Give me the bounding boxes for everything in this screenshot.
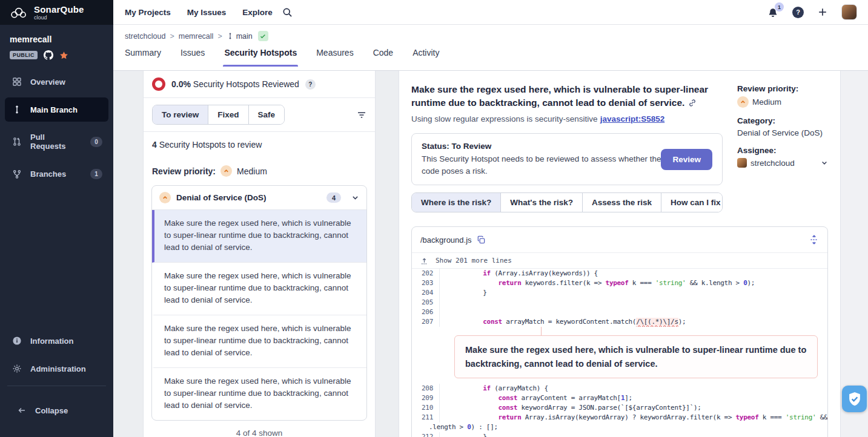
category-count-badge: 4: [326, 192, 341, 203]
hotspot-list-item[interactable]: Make sure the regex used here, which is …: [152, 368, 366, 420]
sidebar-item-information[interactable]: Information: [5, 329, 108, 353]
tab-activity[interactable]: Activity: [412, 47, 439, 67]
medium-priority-icon: [737, 96, 749, 108]
medium-priority-icon: [220, 165, 232, 177]
search-icon[interactable]: [282, 7, 293, 18]
hotspot-list-item[interactable]: Make sure the regex used here, which is …: [152, 263, 366, 315]
star-icon[interactable]: [59, 51, 68, 60]
sidebar-item-administration[interactable]: Administration: [5, 356, 108, 381]
line-source: const arrayContent = arrayMatch[1];: [440, 393, 632, 403]
nav-link-my-issues[interactable]: My Issues: [187, 8, 227, 17]
branch-icon: [227, 32, 234, 40]
expand-vertical-icon[interactable]: [809, 235, 819, 245]
branch-name: main: [236, 32, 253, 41]
detail-tab-assess-the-risk[interactable]: Assess the risk: [582, 193, 661, 212]
status-label: Status: To Review: [422, 142, 661, 151]
hotspot-list-item[interactable]: Make sure the regex used here, which is …: [152, 315, 366, 368]
notification-count-badge: 1: [775, 2, 784, 12]
category-group-header[interactable]: Denial of Service (DoS) 4: [152, 186, 366, 210]
line-number[interactable]: 211: [412, 413, 440, 422]
breadcrumb-branch[interactable]: main: [227, 32, 253, 41]
detail-tab-how-can-i-fix-it[interactable]: How can I fix it?: [661, 193, 723, 212]
permalink-icon[interactable]: [688, 99, 697, 107]
filter-icon[interactable]: [357, 110, 366, 120]
code-line: 207 const arrayMatch = keywordContent.ma…: [412, 317, 827, 327]
plus-icon[interactable]: [818, 7, 827, 17]
quality-gate-passed-icon: [258, 31, 268, 41]
gear-icon: [12, 364, 22, 373]
top-nav: My ProjectsMy IssuesExplore 1 ?: [113, 0, 868, 25]
notifications-button[interactable]: 1: [767, 7, 778, 18]
code-line: 203 return keywords.filter(k => typeof k…: [412, 278, 827, 288]
code-line: 206: [412, 307, 827, 317]
hotspot-detail-panel: Make sure the regex used here, which is …: [399, 71, 841, 437]
cloud-logo-icon: [8, 6, 29, 19]
assignee-select[interactable]: stretchcloud: [737, 158, 828, 168]
line-number[interactable]: 205: [412, 298, 440, 307]
sidebar-item-overview[interactable]: Overview: [5, 70, 108, 94]
line-number[interactable]: 202: [412, 269, 440, 278]
sonarqube-logo[interactable]: SonarQube cloud: [0, 0, 113, 25]
hotspot-items: Make sure the regex used here, which is …: [152, 210, 366, 420]
github-icon[interactable]: [44, 50, 53, 60]
line-number[interactable]: 203: [412, 278, 440, 288]
code-line-wrap: .length > 0) : [];: [412, 422, 827, 432]
filter-tab-safe[interactable]: Safe: [248, 105, 285, 124]
sidebar-item-badge: 1: [90, 169, 102, 179]
detail-tab-what-s-the-risk[interactable]: What's the risk?: [500, 193, 582, 212]
line-source: [440, 298, 445, 307]
sidebar-item-pull-requests[interactable]: Pull Requests0: [5, 125, 108, 158]
breadcrumb-separator: >: [217, 32, 222, 41]
brand-sub: cloud: [34, 15, 84, 21]
filter-tab-to-review[interactable]: To review: [153, 105, 208, 124]
hotspots-count: 4 Security Hotspots to review: [144, 132, 375, 152]
line-source: }: [440, 288, 487, 298]
sidebar-item-main-branch[interactable]: Main Branch: [5, 97, 108, 122]
tab-summary[interactable]: Summary: [125, 47, 161, 67]
category-label: Category:: [737, 116, 828, 125]
detail-tab-where-is-the-risk[interactable]: Where is the risk?: [412, 193, 500, 212]
shown-count: 4 of 4 shown: [144, 421, 375, 437]
breadcrumb-org[interactable]: stretchcloud: [125, 32, 165, 41]
line-number[interactable]: 208: [412, 384, 440, 393]
shield-check-icon[interactable]: [842, 386, 867, 412]
sidebar-item-branches[interactable]: Branches1: [5, 162, 108, 186]
code-line: 211 return Array.isArray(keywordArray) ?…: [412, 413, 827, 422]
breadcrumb: stretchcloud > memrecall > main: [125, 31, 868, 41]
help-button[interactable]: ?: [792, 7, 804, 18]
line-number[interactable]: 204: [412, 288, 440, 298]
branch-icon: [12, 105, 22, 114]
review-button[interactable]: Review: [661, 149, 712, 170]
line-number[interactable]: 210: [412, 403, 440, 413]
line-number[interactable]: 209: [412, 393, 440, 403]
sidebar-item-label: Overview: [30, 77, 65, 87]
code-line: 210 const keywordArray = JSON.parse(`[${…: [412, 403, 827, 413]
tab-code[interactable]: Code: [373, 47, 393, 67]
nav-link-explore[interactable]: Explore: [242, 8, 273, 17]
pull-request-icon: [12, 137, 22, 146]
code-issue-message[interactable]: Make sure the regex used here, which is …: [454, 335, 818, 378]
rule-key-link[interactable]: javascript:S5852: [600, 114, 665, 123]
chevron-down-icon[interactable]: [351, 194, 359, 202]
category-group-card: Denial of Service (DoS) 4 Make sure the …: [151, 185, 367, 421]
tab-measures[interactable]: Measures: [316, 47, 353, 67]
filter-tab-fixed[interactable]: Fixed: [208, 105, 248, 124]
line-number[interactable]: 207: [412, 317, 440, 327]
code-line: 209 const arrayContent = arrayMatch[1];: [412, 393, 827, 403]
tab-issues[interactable]: Issues: [181, 47, 205, 67]
reviewed-summary: 0.0% Security Hotspots Reviewed: [171, 79, 299, 89]
breadcrumb-project[interactable]: memrecall: [179, 32, 214, 41]
nav-link-my-projects[interactable]: My Projects: [125, 8, 171, 17]
reviewed-help-icon[interactable]: ?: [305, 79, 316, 90]
line-number[interactable]: 206: [412, 307, 440, 317]
line-source: return keywords.filter(k => typeof k ===…: [440, 278, 755, 288]
show-more-lines-top[interactable]: Show 201 more lines: [412, 252, 827, 268]
copy-icon[interactable]: [477, 235, 486, 245]
sidebar-item-collapse[interactable]: Collapse: [10, 398, 104, 422]
line-number[interactable]: 212: [412, 432, 440, 437]
sidebar-item-label: Information: [30, 337, 74, 346]
branches-icon: [12, 169, 22, 179]
tab-security-hotspots[interactable]: Security Hotspots: [224, 47, 297, 67]
hotspot-list-item[interactable]: Make sure the regex used here, which is …: [152, 210, 366, 263]
user-avatar[interactable]: [841, 4, 857, 20]
